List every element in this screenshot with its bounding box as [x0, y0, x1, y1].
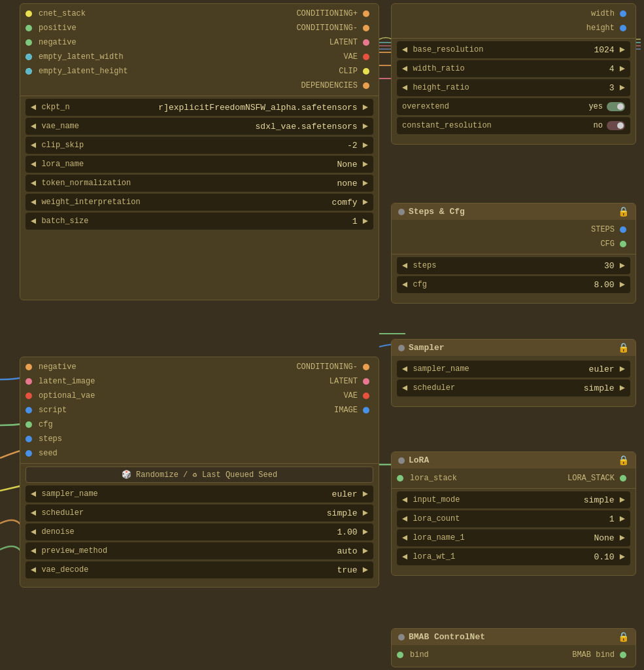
cfg-row[interactable]: ◄ cfg 8.00 ►	[397, 276, 630, 293]
lora-name-left-arrow[interactable]: ◄	[28, 159, 39, 169]
clip-skip-row[interactable]: ◄ clip_skip -2 ►	[25, 137, 373, 154]
height-ratio-left-arrow[interactable]: ◄	[399, 82, 410, 93]
preview-method-right-arrow[interactable]: ►	[360, 546, 371, 556]
clip-skip-left-arrow[interactable]: ◄	[28, 140, 39, 150]
base-res-left-arrow[interactable]: ◄	[399, 44, 410, 55]
sampler-name-right-left-arrow[interactable]: ◄	[399, 364, 410, 374]
weight-interp-row[interactable]: ◄ weight_interpretation comfy ►	[25, 194, 373, 211]
randomize-button[interactable]: 🎲 Randomize / ♻ Last Queued Seed	[25, 467, 373, 483]
scheduler-right-right-arrow[interactable]: ►	[617, 383, 628, 393]
scheduler-right-value: simple	[584, 383, 615, 393]
neg-bottom-label: negative	[39, 362, 76, 372]
conditioning-minus-dot	[363, 25, 369, 31]
denoise-left-arrow[interactable]: ◄	[28, 527, 39, 537]
bmab-title: BMAB ControlNet	[409, 632, 485, 642]
lora-status-dot	[398, 457, 405, 464]
preview-method-left-arrow[interactable]: ◄	[28, 546, 39, 556]
scheduler-right-row[interactable]: ◄ scheduler simple ►	[397, 379, 630, 397]
batch-size-right-arrow[interactable]: ►	[360, 216, 371, 226]
steps-row[interactable]: ◄ steps 30 ►	[397, 257, 630, 274]
cfg-left-arrow[interactable]: ◄	[399, 279, 410, 290]
height-ratio-row[interactable]: ◄ height_ratio 3 ►	[397, 79, 630, 96]
cfg-output: CFG	[392, 237, 636, 251]
neg-bottom-dot	[25, 364, 32, 370]
vae-decode-row[interactable]: ◄ vae_decode true ►	[25, 561, 373, 578]
lora-wt-1-left-arrow[interactable]: ◄	[399, 552, 410, 562]
lora-header: LoRA 🔒	[392, 452, 636, 468]
width-ratio-right-arrow[interactable]: ►	[617, 63, 628, 74]
batch-size-value: 1	[352, 217, 358, 226]
steps-right-arrow[interactable]: ►	[617, 260, 628, 271]
empty-latent-width-connector: empty_latent_width VAE	[20, 50, 379, 64]
width-ratio-row[interactable]: ◄ width_ratio 4 ►	[397, 60, 630, 77]
token-norm-right-arrow[interactable]: ►	[360, 178, 371, 188]
lora-name-1-row[interactable]: ◄ lora_name_1 None ►	[397, 529, 630, 546]
denoise-right-arrow[interactable]: ►	[360, 527, 371, 537]
vae-name-right-arrow[interactable]: ►	[360, 121, 371, 132]
optional-vae-dot	[25, 393, 32, 399]
weight-interp-left-arrow[interactable]: ◄	[28, 197, 39, 207]
vae-decode-left-arrow[interactable]: ◄	[28, 565, 39, 575]
scheduler-bottom-right-arrow[interactable]: ►	[360, 508, 371, 518]
empty-latent-width-label: empty_latent_width	[39, 52, 124, 62]
input-mode-label: input_mode	[410, 495, 583, 504]
weight-interp-right-arrow[interactable]: ►	[360, 197, 371, 207]
vae-out-dot	[363, 393, 369, 399]
conditioning-minus-out-label: CONDITIONING-	[296, 362, 358, 372]
lora-wt-1-right-arrow[interactable]: ►	[617, 552, 628, 562]
scheduler-bottom-label: scheduler	[39, 508, 326, 518]
vae-out-label: VAE	[343, 391, 358, 400]
vae-decode-right-arrow[interactable]: ►	[360, 565, 371, 575]
width-output-label: width	[591, 9, 615, 18]
clip-skip-right-arrow[interactable]: ►	[360, 140, 371, 150]
ckpt-name-right-arrow[interactable]: ►	[360, 102, 371, 113]
base-resolution-row[interactable]: ◄ base_resolution 1024 ►	[397, 41, 630, 58]
token-norm-row[interactable]: ◄ token_normalization none ►	[25, 175, 373, 192]
token-norm-left-arrow[interactable]: ◄	[28, 178, 39, 188]
batch-size-row[interactable]: ◄ batch_size 1 ►	[25, 213, 373, 230]
lora-name-1-right-arrow[interactable]: ►	[617, 533, 628, 543]
batch-size-left-arrow[interactable]: ◄	[28, 216, 39, 226]
sampler-name-bottom-row[interactable]: ◄ sampler_name euler ►	[25, 485, 373, 502]
sampler-name-right-row[interactable]: ◄ sampler_name euler ►	[397, 361, 630, 378]
steps-output-label: STEPS	[591, 225, 615, 234]
lora-stack-output-label: LORA_STACK	[568, 474, 615, 483]
lora-name-row[interactable]: ◄ lora_name None ►	[25, 156, 373, 173]
bmab-header: BMAB ControlNet 🔒	[392, 629, 636, 645]
base-res-right-arrow[interactable]: ►	[617, 44, 628, 55]
sampler-name-bottom-left-arrow[interactable]: ◄	[28, 489, 39, 499]
sampler-name-right-right-arrow[interactable]: ►	[617, 364, 628, 374]
constant-res-switch[interactable]	[607, 121, 625, 130]
clip-dot	[363, 68, 369, 75]
input-mode-right-arrow[interactable]: ►	[617, 495, 628, 505]
height-ratio-right-arrow[interactable]: ►	[617, 82, 628, 93]
overextend-switch[interactable]	[607, 102, 625, 111]
lora-count-left-arrow[interactable]: ◄	[399, 514, 410, 524]
lora-count-row[interactable]: ◄ lora_count 1 ►	[397, 510, 630, 527]
input-mode-left-arrow[interactable]: ◄	[399, 495, 410, 505]
ckpt-name-row[interactable]: ◄ ckpt_n r]explicitFreedomNSFW_alpha.saf…	[25, 99, 373, 116]
cfg-right-arrow[interactable]: ►	[617, 279, 628, 290]
ckpt-name-left-arrow[interactable]: ◄	[28, 102, 39, 113]
denoise-row[interactable]: ◄ denoise 1.00 ►	[25, 523, 373, 540]
scheduler-bottom-left-arrow[interactable]: ◄	[28, 508, 39, 518]
cfg-dot	[25, 421, 32, 428]
scheduler-bottom-row[interactable]: ◄ scheduler simple ►	[25, 504, 373, 521]
lora-count-right-arrow[interactable]: ►	[617, 514, 628, 524]
lora-name-right-arrow[interactable]: ►	[360, 159, 371, 169]
seed-label: seed	[39, 449, 58, 458]
vae-name-left-arrow[interactable]: ◄	[28, 121, 39, 132]
steps-left-arrow[interactable]: ◄	[399, 260, 410, 271]
sampler-name-bottom-right-arrow[interactable]: ►	[360, 489, 371, 499]
lora-wt-1-row[interactable]: ◄ lora_wt_1 0.10 ►	[397, 548, 630, 565]
scheduler-right-left-arrow[interactable]: ◄	[399, 383, 410, 393]
input-mode-row[interactable]: ◄ input_mode simple ►	[397, 491, 630, 508]
cnet-stack-connector: cnet_stack CONDITIONING+	[20, 7, 379, 21]
width-output-dot	[620, 10, 626, 17]
vae-name-row[interactable]: ◄ vae_name sdxl_vae.safetensors ►	[25, 118, 373, 135]
ckpt-name-label: ckpt_n	[39, 103, 158, 112]
lora-name-1-left-arrow[interactable]: ◄	[399, 533, 410, 543]
width-ratio-left-arrow[interactable]: ◄	[399, 63, 410, 74]
empty-latent-height-dot	[25, 68, 32, 75]
preview-method-row[interactable]: ◄ preview_method auto ►	[25, 542, 373, 559]
